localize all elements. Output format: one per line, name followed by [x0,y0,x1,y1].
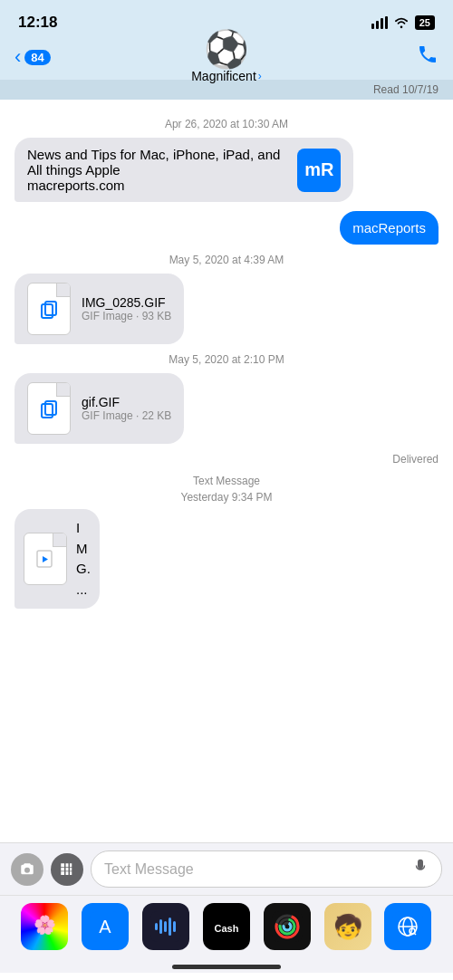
home-indicator [0,959,453,973]
file-meta-1: GIF Image · 93 KB [82,310,171,322]
text-message-info: Text Message Yesterday 9:34 PM [14,473,439,505]
home-bar [172,965,281,969]
link-bubble-content: News and Tips for Mac, iPhone, iPad, and… [14,138,353,202]
contact-name: Magnificent › [191,69,262,83]
dock-translate[interactable] [384,903,431,950]
phone-button[interactable] [417,43,439,71]
partial-file-icon [24,533,67,585]
svg-rect-14 [155,923,158,930]
message-received-file-1: IMG_0285.GIF GIF Image · 93 KB [14,274,353,344]
svg-rect-3 [385,16,388,29]
dock-activity[interactable] [264,903,311,950]
file-bubble-content-2: gif.GIF GIF Image · 22 KB [14,373,184,444]
file-icon-2 [27,382,71,435]
svg-rect-2 [381,18,383,29]
message-received-partial: IMG.... [14,509,439,609]
back-chevron-icon: ‹ [14,47,21,67]
contact-avatar: ⚽ [204,31,249,67]
link-preview-text: News and Tips for Mac, iPhone, iPad, and… [27,147,288,193]
messages-area[interactable]: Apr 26, 2020 at 10:30 AM News and Tips f… [0,100,453,842]
sent-bubble-content: macReports [340,211,439,245]
wifi-icon [393,16,410,29]
message-sent-1: macReports [14,211,439,245]
file-bubble-2: gif.GIF GIF Image · 22 KB [27,382,171,435]
text-msg-line1: Text Message [193,475,260,487]
status-icons: 25 [371,15,435,30]
toolbar: Text Message [0,842,453,895]
svg-rect-0 [371,24,374,29]
back-button[interactable]: ‹ 84 [14,47,51,67]
timestamp-3: May 5, 2020 at 2:10 PM [14,353,439,366]
link-title: News and Tips for Mac, iPhone, iPad, and… [27,147,288,178]
text-input-area[interactable]: Text Message [91,850,442,888]
text-msg-line2: Yesterday 9:34 PM [181,491,273,504]
file-info-1: IMG_0285.GIF GIF Image · 93 KB [82,295,171,322]
file-bubble-1: IMG_0285.GIF GIF Image · 93 KB [27,283,171,335]
svg-rect-15 [159,919,162,934]
link-icon: mR [297,149,341,192]
apps-button[interactable] [51,853,83,886]
dock-appstore[interactable]: A [82,903,129,950]
contact-info[interactable]: ⚽ Magnificent › [191,31,262,83]
dock-photos[interactable]: 🌸 [21,903,68,950]
text-input-placeholder: Text Message [104,861,194,878]
timestamp-2: May 5, 2020 at 4:39 AM [14,254,439,266]
svg-text:Cash: Cash [215,923,239,934]
link-preview: News and Tips for Mac, iPhone, iPad, and… [27,147,341,193]
file-info-2: gif.GIF GIF Image · 22 KB [82,395,171,422]
dock-shazam[interactable] [142,903,189,950]
nav-bar: ‹ 84 ⚽ Magnificent › [0,40,453,80]
partial-bubble-content: IMG.... [14,509,100,609]
contact-chevron-icon: › [258,70,262,82]
camera-button[interactable] [11,853,43,886]
mic-icon[interactable] [412,859,429,879]
file-meta-2: GIF Image · 22 KB [82,409,171,422]
dock: 🌸 A Cash [0,895,453,959]
message-received-link: News and Tips for Mac, iPhone, iPad, and… [14,138,353,202]
read-text: Read 10/7/19 [373,83,439,96]
file-name-2: gif.GIF [82,395,171,409]
svg-text:🌸: 🌸 [34,914,56,936]
delivered-label: Delivered [14,453,439,466]
signal-icon [371,16,388,29]
svg-rect-18 [173,921,176,932]
message-received-file-2: gif.GIF GIF Image · 22 KB [14,373,353,444]
file-name-1: IMG_0285.GIF [82,295,171,310]
status-time: 12:18 [18,14,57,32]
svg-rect-1 [376,21,379,29]
dock-cash[interactable]: Cash [203,903,250,950]
dock-memoji[interactable]: 🧒 [324,903,371,950]
file-icon-1 [27,283,71,335]
timestamp-1: Apr 26, 2020 at 10:30 AM [14,118,439,130]
back-badge: 84 [24,50,50,65]
file-bubble-content-1: IMG_0285.GIF GIF Image · 93 KB [14,274,184,344]
phone-icon [417,43,439,65]
svg-rect-17 [169,918,171,936]
gif-file-icon-2 [38,399,60,425]
partial-text: IMG.... [76,518,91,600]
svg-text:A: A [100,917,112,937]
battery-indicator: 25 [415,15,435,30]
svg-rect-16 [164,921,167,932]
link-url: macreports.com [27,178,288,193]
gif-file-icon [38,299,60,325]
